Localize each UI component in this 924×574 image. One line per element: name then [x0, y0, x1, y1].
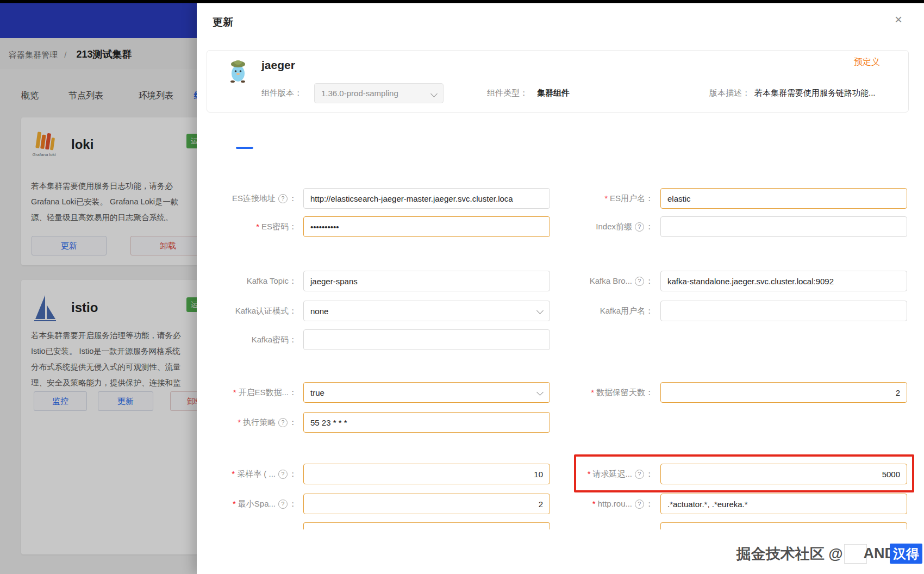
cron-input[interactable]	[303, 412, 550, 433]
es-password-label: *ES密码：	[179, 216, 297, 237]
active-tab-indicator	[236, 147, 253, 149]
kafka-broker-input[interactable]	[660, 271, 907, 291]
form-row: ES连接地址?： *ES用户名：	[0, 188, 924, 209]
http-route-input[interactable]	[660, 494, 907, 514]
es-url-label: ES连接地址?：	[179, 188, 297, 209]
top-black-strip	[0, 0, 924, 3]
kafka-password-label: Kafka密码：	[179, 329, 297, 350]
form-row: Kafka认证模式： none Kafka用户名：	[0, 301, 924, 321]
retention-days-input[interactable]	[660, 382, 907, 403]
component-info-card	[207, 50, 909, 113]
help-icon[interactable]: ?	[278, 418, 288, 427]
highlight-annotation-box	[574, 454, 914, 492]
version-select[interactable]: 1.36.0-prod-sampling	[314, 83, 444, 103]
help-icon[interactable]: ?	[635, 222, 644, 232]
cron-label: *执行策略?：	[179, 412, 297, 433]
sample-rate-label: *采样率 ( ...?：	[179, 464, 297, 484]
es-user-label: *ES用户名：	[527, 188, 653, 209]
help-icon[interactable]: ?	[278, 500, 288, 509]
form-row: *最小Spa...?： *http.rou...?：	[0, 494, 924, 514]
version-desc-label: 版本描述：	[709, 88, 750, 98]
jaeger-logo-icon	[228, 59, 248, 83]
form-row: *ES密码： Index前缀?：	[0, 216, 924, 237]
min-span-label: *最小Spa...?：	[179, 494, 297, 514]
index-prefix-input[interactable]	[660, 216, 907, 237]
es-clean-label: *开启ES数据...：	[179, 382, 297, 403]
version-select-value: 1.36.0-prod-sampling	[321, 89, 398, 98]
help-icon[interactable]: ?	[635, 277, 644, 286]
form-row: *执行策略?：	[0, 412, 924, 433]
min-span-input[interactable]	[303, 494, 550, 514]
kafka-topic-label: Kafka Topic：	[179, 271, 297, 291]
kafka-auth-select[interactable]: none	[303, 301, 550, 321]
retention-days-label: *数据保留天数：	[527, 382, 653, 403]
es-password-input[interactable]	[303, 216, 550, 237]
help-icon[interactable]: ?	[278, 194, 288, 203]
predefined-badge: 预定义	[854, 57, 880, 68]
kafka-auth-value: none	[310, 307, 328, 316]
component-type-label: 组件类型：	[487, 88, 528, 98]
kafka-password-input[interactable]	[303, 329, 550, 350]
component-name: jaeger	[261, 59, 295, 72]
form-row: Kafka密码：	[0, 329, 924, 350]
kafka-user-label: Kafka用户名：	[527, 301, 653, 321]
http-route-label: *http.rou...?：	[527, 494, 653, 514]
form-row: *开启ES数据...： true *数据保留天数：	[0, 382, 924, 403]
version-label: 组件版本：	[261, 88, 302, 98]
kafka-broker-label: Kafka Bro...?：	[527, 271, 653, 291]
es-url-input[interactable]	[303, 188, 550, 209]
version-desc-value: 若本集群需要使用服务链路功能...	[754, 88, 876, 98]
index-prefix-label: Index前缀?：	[527, 216, 653, 237]
es-clean-value: true	[310, 388, 324, 397]
watermark: 掘金技术社区 @ AND 汉得	[0, 544, 922, 564]
screen: 工作台 主机应用 × 容器应用 × 容器集群管理 / 213测试集群 概览 节点…	[0, 0, 924, 574]
clipped-input-stub	[660, 522, 907, 529]
modal-title: 更新	[213, 15, 233, 29]
watermark-text: 掘金技术社区 @	[736, 544, 843, 564]
es-user-input[interactable]	[660, 188, 907, 209]
watermark-badge: 汉得	[890, 544, 922, 564]
help-icon[interactable]: ?	[635, 500, 644, 509]
help-icon[interactable]: ?	[278, 470, 288, 479]
chevron-down-icon	[430, 90, 438, 97]
kafka-topic-input[interactable]	[303, 271, 550, 291]
close-icon[interactable]: ×	[895, 13, 902, 26]
es-clean-select[interactable]: true	[303, 382, 550, 403]
form-row: Kafka Topic： Kafka Bro...?：	[0, 271, 924, 291]
sample-rate-input[interactable]	[303, 464, 550, 484]
clipped-input-stub	[303, 522, 550, 529]
kafka-user-input[interactable]	[660, 301, 907, 321]
component-type-value: 集群组件	[537, 88, 570, 98]
kafka-auth-label: Kafka认证模式：	[179, 301, 297, 321]
